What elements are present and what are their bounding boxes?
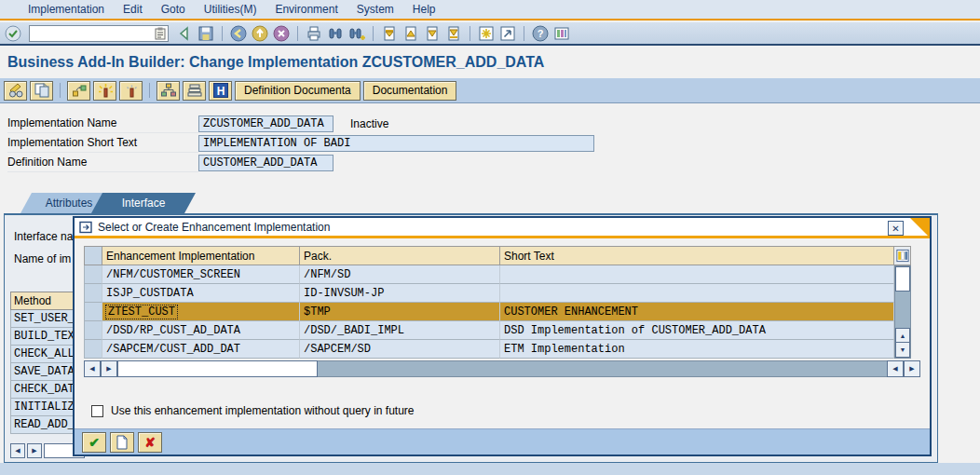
confirm-button[interactable]: ✔ bbox=[82, 432, 106, 453]
object-list-button[interactable] bbox=[183, 81, 206, 101]
scrollbar-track[interactable] bbox=[318, 360, 887, 377]
nav-back-icon[interactable] bbox=[229, 24, 248, 43]
cell-pack[interactable]: /DSD/_BADI_IMPL bbox=[300, 321, 500, 340]
enter-icon[interactable] bbox=[4, 24, 22, 43]
column-header-enhancement[interactable]: Enhancement Implementation bbox=[102, 246, 300, 265]
documentation-button[interactable]: Documentation bbox=[363, 81, 457, 101]
menu-implementation[interactable]: Implementation bbox=[19, 3, 114, 16]
find-icon[interactable] bbox=[326, 24, 345, 43]
cancel-button[interactable]: ✘ bbox=[138, 432, 162, 453]
cell-short-text[interactable]: CUSTOMER ENHANCEMENT bbox=[500, 303, 894, 321]
table-row-selected: ZTEST_CUST $TMP CUSTOMER ENHANCEMENT bbox=[84, 303, 911, 321]
display-change-button[interactable] bbox=[4, 81, 27, 101]
cell-impl[interactable]: /DSD/RP_CUST_AD_DATA bbox=[102, 321, 300, 340]
table-config-icon[interactable] bbox=[894, 246, 911, 265]
toolbar-separator bbox=[524, 26, 524, 41]
dialog-title-bar: Select or Create Enhancement Implementat… bbox=[75, 218, 930, 238]
nav-up-icon[interactable] bbox=[251, 24, 269, 43]
column-header-package[interactable]: Pack. bbox=[300, 246, 500, 265]
scroll-up-icon[interactable]: ▲ bbox=[895, 328, 910, 343]
command-field[interactable] bbox=[29, 25, 169, 42]
next-page-icon[interactable] bbox=[423, 24, 442, 43]
new-session-icon[interactable] bbox=[477, 24, 496, 43]
menu-system[interactable]: System bbox=[347, 3, 403, 16]
cell-impl[interactable]: /SAPCEM/CUST_ADD_DAT bbox=[102, 340, 300, 359]
future-use-checkbox[interactable] bbox=[91, 405, 103, 417]
scroll-left-icon[interactable]: ◀ bbox=[84, 360, 101, 377]
overview-button[interactable] bbox=[157, 81, 180, 101]
new-document-icon bbox=[116, 435, 129, 450]
row-selector[interactable] bbox=[84, 303, 102, 321]
cell-short-text[interactable]: DSD Implementation of CUSTOMER_ADD_DATA bbox=[500, 321, 894, 340]
implementation-short-text-label: Implementation Short Text bbox=[7, 133, 198, 153]
cell-short-text[interactable]: ETM Implementation bbox=[500, 340, 894, 359]
help-icon[interactable]: ? bbox=[531, 24, 550, 43]
row-selector[interactable] bbox=[84, 340, 102, 359]
row-selector[interactable] bbox=[84, 321, 102, 340]
cell-short-text[interactable] bbox=[500, 284, 894, 303]
prev-page-icon[interactable] bbox=[402, 24, 420, 43]
last-page-icon[interactable] bbox=[444, 24, 463, 43]
scroll-left-icon[interactable]: ◀ bbox=[887, 360, 904, 377]
print-icon[interactable] bbox=[305, 24, 323, 43]
cell-impl[interactable]: ISJP_CUSTDATA bbox=[102, 284, 300, 303]
scroll-left-icon[interactable]: ◀ bbox=[10, 443, 25, 458]
cell-pack[interactable]: /NFM/SD bbox=[300, 265, 500, 284]
hierarchy-icon bbox=[159, 82, 178, 99]
column-header-short-text[interactable]: Short Text bbox=[500, 246, 894, 265]
shortcut-icon[interactable] bbox=[498, 24, 517, 43]
definition-name-label: Definition Name bbox=[7, 153, 198, 172]
scrollbar-thumb[interactable] bbox=[895, 266, 910, 292]
dialog-window-icon bbox=[79, 221, 93, 234]
tab-interface[interactable]: Interface bbox=[91, 193, 196, 213]
cell-short-text[interactable] bbox=[500, 265, 894, 284]
row-selector[interactable] bbox=[84, 265, 102, 284]
menu-utilities[interactable]: Utilities(M) bbox=[195, 3, 266, 16]
save-icon[interactable] bbox=[197, 24, 215, 43]
status-badge: Inactive bbox=[350, 117, 388, 130]
copy-button[interactable] bbox=[30, 81, 53, 101]
select-all-cell[interactable] bbox=[84, 246, 102, 265]
scroll-right-icon[interactable]: ▶ bbox=[904, 360, 920, 377]
scroll-right-icon[interactable]: ▶ bbox=[27, 443, 42, 458]
menu-edit[interactable]: Edit bbox=[114, 3, 152, 16]
enhancement-table: Enhancement Implementation Pack. Short T… bbox=[84, 246, 911, 359]
cell-impl[interactable]: ZTEST_CUST bbox=[102, 303, 300, 321]
svg-text:?: ? bbox=[538, 28, 544, 39]
cell-pack[interactable]: /SAPCEM/SD bbox=[300, 340, 500, 359]
confirm-check-icon: ✔ bbox=[88, 435, 100, 450]
implementation-name-field[interactable]: ZCUSTOMER_ADD_DATA bbox=[198, 115, 333, 132]
copy-icon bbox=[33, 82, 51, 99]
dialog-corner-accent bbox=[910, 218, 930, 238]
table-row: /NFM/CUSTOMER_SCREEN /NFM/SD bbox=[84, 265, 911, 284]
where-used-button[interactable] bbox=[67, 81, 90, 101]
scrollbar-thumb[interactable] bbox=[117, 360, 318, 377]
menu-environment[interactable]: Environment bbox=[265, 3, 347, 16]
menu-goto[interactable]: Goto bbox=[152, 3, 195, 16]
documentation-info-button[interactable]: H bbox=[209, 81, 232, 101]
close-icon[interactable]: ✕ bbox=[888, 221, 904, 236]
table-row: /SAPCEM/CUST_ADD_DAT /SAPCEM/SD ETM Impl… bbox=[84, 340, 911, 359]
nav-cancel-icon[interactable] bbox=[272, 24, 291, 43]
row-selector[interactable] bbox=[84, 284, 102, 303]
table-vscrollbar[interactable]: ▲ ▼ bbox=[894, 265, 911, 359]
deactivate-button[interactable] bbox=[119, 81, 143, 101]
definition-documentation-button[interactable]: Definition Documenta bbox=[235, 81, 361, 101]
cell-pack[interactable]: ID-INVSUM-JP bbox=[300, 284, 500, 303]
application-toolbar: H Definition Documenta Documentation bbox=[0, 78, 980, 103]
cell-pack[interactable]: $TMP bbox=[300, 303, 500, 321]
create-button[interactable] bbox=[110, 432, 134, 453]
first-page-icon[interactable] bbox=[380, 24, 399, 43]
back-icon[interactable] bbox=[175, 24, 194, 43]
system-toolbar: ? bbox=[0, 22, 980, 46]
find-next-icon[interactable] bbox=[347, 24, 366, 43]
activate-button[interactable] bbox=[93, 81, 116, 101]
implementation-short-text-field[interactable]: IMPLEMENTATION OF BADI bbox=[198, 135, 594, 152]
scroll-down-icon[interactable]: ▼ bbox=[895, 343, 910, 358]
cell-impl[interactable]: /NFM/CUSTOMER_SCREEN bbox=[102, 265, 300, 284]
activate-icon bbox=[96, 82, 115, 99]
menu-help[interactable]: Help bbox=[403, 3, 445, 16]
customize-layout-icon[interactable] bbox=[552, 24, 571, 43]
scroll-right-icon[interactable]: ▶ bbox=[101, 360, 117, 377]
definition-name-field[interactable]: CUSTOMER_ADD_DATA bbox=[198, 155, 333, 171]
